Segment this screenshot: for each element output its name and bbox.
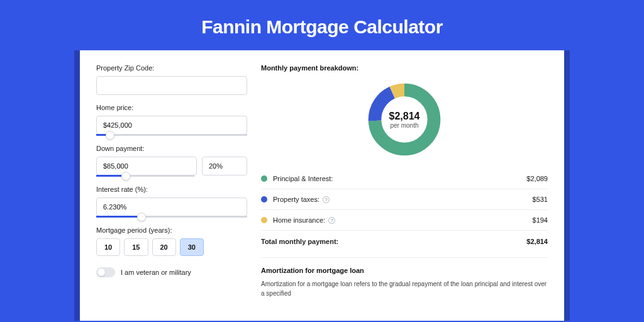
zip-label: Property Zip Code: (96, 64, 247, 72)
period-option-20[interactable]: 20 (152, 238, 176, 256)
total-value: $2,814 (526, 238, 548, 245)
legend-row-taxes: Property taxes: ? $531 (261, 189, 548, 209)
period-options: 10 15 20 30 (96, 238, 247, 256)
amortization-title: Amortization for mortgage loan (261, 267, 548, 274)
donut-center-value: $2,814 (389, 111, 420, 122)
zip-field-block: Property Zip Code: (96, 64, 247, 95)
toggle-knob-icon (97, 269, 105, 276)
calculator-panel: Property Zip Code: Home price: Down paym… (80, 50, 564, 321)
interest-rate-input[interactable] (96, 197, 247, 216)
home-price-field-block: Home price: (96, 104, 247, 136)
breakdown-title: Monthly payment breakdown: (261, 64, 548, 72)
legend-label-text: Property taxes: (273, 196, 319, 203)
legend-label-text: Home insurance: (273, 216, 325, 224)
period-field-block: Mortgage period (years): 10 15 20 30 (96, 226, 247, 256)
period-option-15[interactable]: 15 (124, 238, 148, 256)
veteran-label: I am veteran or military (121, 269, 191, 276)
period-label: Mortgage period (years): (96, 226, 247, 234)
amortization-text: Amortization for a mortgage loan refers … (261, 280, 548, 298)
interest-rate-field-block: Interest rate (%): (96, 186, 247, 218)
zip-input[interactable] (96, 76, 247, 95)
slider-thumb-icon[interactable] (137, 213, 146, 221)
legend-dot-icon (261, 175, 267, 182)
veteran-toggle-row: I am veteran or military (96, 267, 247, 277)
panel-backdrop: Property Zip Code: Home price: Down paym… (74, 50, 570, 321)
donut-center-label: per month (389, 122, 420, 129)
total-label: Total monthly payment: (261, 238, 526, 245)
help-icon[interactable]: ? (328, 217, 335, 224)
legend-value: $531 (533, 196, 548, 203)
legend-value: $194 (533, 216, 548, 224)
breakdown-legend: Principal & Interest: $2,089 Property ta… (261, 169, 548, 252)
help-icon[interactable]: ? (323, 196, 330, 203)
slider-thumb-icon[interactable] (106, 131, 114, 140)
down-payment-slider[interactable] (96, 175, 194, 177)
legend-total-row: Total monthly payment: $2,814 (261, 230, 548, 252)
legend-label: Principal & Interest: (273, 175, 526, 182)
home-price-input[interactable] (96, 116, 247, 135)
legend-label: Home insurance: ? (273, 216, 533, 224)
period-option-30[interactable]: 30 (180, 238, 204, 256)
down-payment-field-block: Down payment: (96, 145, 247, 177)
legend-dot-icon (261, 217, 267, 223)
legend-label: Property taxes: ? (273, 196, 533, 203)
slider-thumb-icon[interactable] (121, 172, 130, 180)
legend-value: $2,089 (526, 175, 548, 182)
interest-rate-label: Interest rate (%): (96, 186, 247, 193)
page-title: Fannin Mortgage Calculator (0, 0, 644, 50)
interest-rate-slider[interactable] (96, 216, 247, 218)
veteran-toggle[interactable] (96, 267, 115, 277)
down-payment-amount-input[interactable] (96, 157, 197, 175)
breakdown-column: Monthly payment breakdown: $2,814 per mo… (261, 64, 548, 321)
amortization-block: Amortization for mortgage loan Amortizat… (261, 257, 548, 298)
donut-chart: $2,814 per month (365, 80, 443, 158)
legend-row-insurance: Home insurance: ? $194 (261, 209, 548, 230)
home-price-label: Home price: (96, 104, 247, 111)
down-payment-percent-input[interactable] (202, 157, 247, 175)
donut-chart-wrap: $2,814 per month (261, 80, 548, 158)
home-price-slider[interactable] (96, 134, 247, 136)
donut-center: $2,814 per month (389, 111, 420, 129)
down-payment-label: Down payment: (96, 145, 247, 152)
legend-row-principal: Principal & Interest: $2,089 (261, 169, 548, 189)
period-option-10[interactable]: 10 (96, 238, 120, 256)
input-column: Property Zip Code: Home price: Down paym… (96, 64, 247, 321)
legend-dot-icon (261, 196, 267, 203)
